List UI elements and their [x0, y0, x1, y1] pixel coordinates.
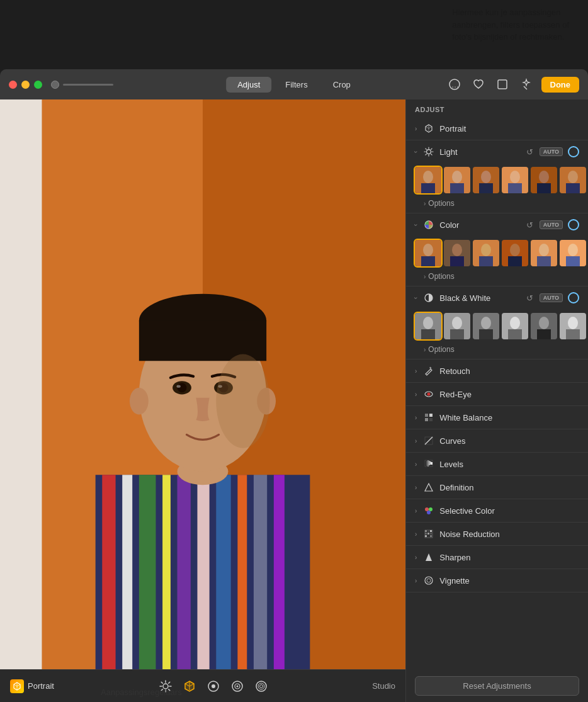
heart-icon[interactable]	[470, 76, 487, 93]
color-options-row[interactable]: › Options	[406, 269, 588, 286]
svg-rect-126	[427, 533, 429, 535]
light-thumb-3[interactable]	[502, 167, 528, 193]
vignette-section-label: Vignette	[439, 576, 579, 586]
tab-adjust[interactable]: Adjust	[226, 77, 271, 93]
color-thumb-5[interactable]	[560, 240, 586, 266]
maximize-button[interactable]	[34, 81, 42, 89]
adjust-row-noise-reduction[interactable]: ›	[406, 523, 588, 545]
tab-filters[interactable]: Filters	[274, 77, 319, 93]
bw-options-row[interactable]: › Options	[406, 342, 588, 359]
svg-rect-21	[216, 475, 230, 669]
section-light: › Light ↺ AUTO	[406, 140, 588, 213]
light-toggle-btn[interactable]	[568, 146, 579, 157]
svg-rect-115	[429, 461, 430, 465]
panel-scroll[interactable]: › Portrait ›	[406, 117, 588, 670]
svg-point-131	[425, 577, 433, 584]
chevron-right-def-icon: ›	[415, 484, 417, 491]
adjust-row-levels[interactable]: › Levels	[406, 453, 588, 475]
bw-thumb-1[interactable]	[444, 313, 470, 339]
color-thumb-0[interactable]	[415, 240, 441, 266]
photo-bottom-icons	[157, 677, 270, 695]
adjust-row-curves[interactable]: › Curves	[406, 429, 588, 452]
curves-section-icon	[423, 435, 434, 446]
done-button[interactable]: Done	[541, 77, 580, 93]
adjust-row-definition[interactable]: › Definition	[406, 476, 588, 499]
adjust-row-portrait[interactable]: › Portrait	[406, 117, 588, 140]
light-auto-badge[interactable]: AUTO	[540, 147, 563, 156]
color-thumb-1[interactable]	[444, 240, 470, 266]
aspect-ratio-icon[interactable]	[494, 76, 511, 93]
cube-icon[interactable]	[181, 677, 198, 695]
bw-thumb-2[interactable]	[473, 313, 499, 339]
close-button[interactable]	[9, 81, 17, 89]
sharpen-section-label: Sharpen	[439, 553, 579, 562]
adjust-row-red-eye[interactable]: › Red-Eye	[406, 383, 588, 405]
bw-thumb-4[interactable]	[531, 313, 557, 339]
color-toggle-btn[interactable]	[568, 219, 579, 230]
concentric-icon[interactable]	[252, 677, 270, 695]
adjust-row-color[interactable]: › Color ↺	[406, 213, 588, 236]
circle-dot-icon[interactable]	[205, 677, 222, 695]
chevron-right-curves-icon: ›	[415, 438, 417, 444]
bw-auto-badge[interactable]: AUTO	[540, 293, 563, 302]
right-panel: ADJUST › Portrait	[405, 99, 588, 702]
svg-rect-117	[431, 462, 433, 465]
color-auto-badge[interactable]: AUTO	[540, 220, 563, 229]
adjust-row-vignette[interactable]: › Vignette	[406, 569, 588, 592]
bw-undo-icon[interactable]: ↺	[526, 293, 533, 303]
light-thumb-4[interactable]	[531, 167, 557, 193]
brightness-slider[interactable]	[51, 81, 113, 89]
svg-point-83	[568, 244, 578, 256]
more-options-icon[interactable]: …	[446, 76, 463, 93]
minimize-button[interactable]	[21, 81, 30, 89]
svg-rect-91	[450, 329, 464, 339]
color-thumb-4[interactable]	[531, 240, 557, 266]
section-curves: › Curves	[406, 429, 588, 453]
light-thumb-0[interactable]	[415, 167, 441, 193]
svg-rect-75	[479, 256, 493, 266]
light-options-row[interactable]: › Options	[406, 196, 588, 213]
adjust-row-white-balance[interactable]: › White Balance	[406, 406, 588, 429]
svg-rect-17	[139, 475, 156, 669]
adjust-row-light[interactable]: › Light ↺ AUTO	[406, 140, 588, 163]
magic-wand-icon[interactable]	[517, 76, 535, 93]
color-thumb-2[interactable]	[473, 240, 499, 266]
light-undo-icon[interactable]: ↺	[526, 147, 533, 157]
tab-crop[interactable]: Crop	[322, 77, 362, 93]
color-thumb-3[interactable]	[502, 240, 528, 266]
svg-rect-65	[566, 183, 580, 193]
light-thumb-1[interactable]	[444, 167, 470, 193]
section-color: › Color ↺	[406, 213, 588, 286]
adjust-row-sharpen[interactable]: › Sharpen	[406, 546, 588, 569]
light-thumb-2[interactable]	[473, 167, 499, 193]
slider-thumb-icon	[51, 81, 59, 89]
chevron-right-redeye-icon: ›	[415, 391, 417, 398]
color-undo-icon[interactable]: ↺	[526, 220, 533, 230]
svg-point-77	[510, 244, 520, 256]
svg-point-105	[427, 393, 431, 396]
svg-rect-56	[479, 183, 493, 193]
wb-section-icon	[423, 412, 434, 423]
titlebar: Adjust Filters Crop …	[0, 69, 588, 99]
reset-adjustments-button[interactable]: Reset Adjustments	[415, 676, 579, 696]
bw-thumb-0[interactable]	[415, 313, 441, 339]
section-sharpen: › Sharpen	[406, 546, 588, 569]
light-thumb-5[interactable]	[560, 167, 586, 193]
svg-point-33	[176, 385, 180, 388]
bw-thumb-3[interactable]	[502, 313, 528, 339]
adjust-row-bw[interactable]: › Black & White ↺ AUTO	[406, 286, 588, 309]
bw-toggle-btn[interactable]	[568, 292, 579, 303]
chevron-right-options-light-icon: ›	[424, 200, 426, 207]
svg-rect-62	[537, 183, 551, 193]
adjust-row-selective-color[interactable]: › Selective Color	[406, 499, 588, 522]
photo-toolbar: Portrait	[0, 669, 405, 702]
sun-small-icon[interactable]	[157, 677, 174, 695]
target-icon[interactable]	[229, 677, 246, 695]
adjust-row-retouch[interactable]: › Retouch	[406, 359, 588, 382]
bw-thumb-5[interactable]	[560, 313, 586, 339]
selective-color-section-label: Selective Color	[439, 506, 579, 516]
svg-point-46	[259, 684, 263, 688]
svg-point-90	[452, 317, 462, 329]
chevron-right-sc-icon: ›	[415, 507, 417, 514]
svg-point-74	[481, 244, 491, 256]
